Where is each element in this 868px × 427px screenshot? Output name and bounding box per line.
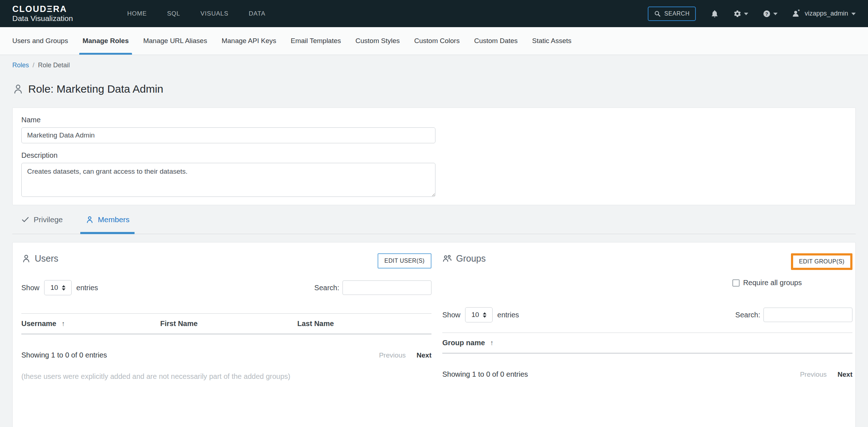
tab-custom-styles[interactable]: Custom Styles [356,27,400,55]
tab-privilege[interactable]: Privilege [21,205,63,234]
main-nav: HOME SQL VISUALS DATA [127,10,265,17]
nav-home[interactable]: HOME [127,10,147,17]
notifications-button[interactable] [710,9,719,18]
tab-email-templates[interactable]: Email Templates [291,27,341,55]
person-icon [21,254,31,263]
users-search-input[interactable] [342,280,431,295]
help-icon: ? [763,10,771,18]
tab-users-and-groups[interactable]: Users and Groups [12,27,68,55]
description-label: Description [21,151,847,160]
role-detail-tabs: Privilege Members [12,205,856,234]
groups-showing-text: Showing 1 to 0 of 0 entries [442,370,528,379]
tab-custom-dates[interactable]: Custom Dates [474,27,518,55]
check-icon [21,215,30,224]
description-field-group: Description Creates datasets, can grant … [21,151,847,198]
groups-section-title: Groups [442,253,486,264]
bell-icon [710,9,719,18]
groups-search-input[interactable] [763,308,852,322]
person-icon [85,215,94,224]
header-right: SEARCH ? * vizapps_admin [648,7,856,21]
groups-table: Group name ↑ [442,333,852,354]
nav-sql[interactable]: SQL [167,10,180,17]
users-title-label: Users [35,253,58,264]
nav-data[interactable]: DATA [249,10,265,17]
users-panel-head: Users EDIT USER(S) [21,253,431,269]
groups-pager: Previous Next [800,371,852,379]
nav-visuals[interactable]: VISUALS [200,10,228,17]
require-all-groups-row: Require all groups [442,279,802,287]
sort-asc-icon: ↑ [490,339,494,347]
svg-text:*: * [798,9,800,14]
role-person-icon [12,83,24,95]
require-all-groups-label: Require all groups [743,279,802,287]
chevron-down-icon [773,13,778,15]
users-col-first-name[interactable]: First Name [160,314,297,334]
groups-next-button[interactable]: Next [838,371,852,379]
name-label: Name [21,116,847,124]
groups-previous-button[interactable]: Previous [800,371,827,379]
role-description-textarea[interactable]: Creates datasets, can grant access to th… [21,163,435,197]
entries-label: entries [76,284,98,292]
group-name-header-label: Group name [442,339,485,347]
users-col-last-name[interactable]: Last Name [297,314,431,334]
groups-table-header-row: Group name ↑ [442,333,852,354]
app-header: CLOUDΞRA Data Visualization HOME SQL VIS… [0,0,868,27]
logo-brand: CLOUDΞRA [12,4,73,14]
page-title: Role: Marketing Data Admin [28,83,163,95]
users-next-button[interactable]: Next [417,351,431,359]
help-menu-button[interactable]: ? [763,10,778,18]
tab-manage-roles[interactable]: Manage Roles [82,27,129,55]
page-size-value: 10 [471,311,479,319]
tab-members[interactable]: Members [85,205,130,234]
groups-panel: Groups EDIT GROUP(S) Require all groups … [432,242,855,379]
username-label: vizapps_admin [805,10,848,17]
show-label: Show [21,284,39,292]
users-search-label: Search: [314,284,339,292]
name-field-group: Name [21,116,847,143]
select-spinner-icon [483,312,486,318]
logo-product: Data Visualization [12,14,73,23]
svg-text:?: ? [765,11,768,16]
breadcrumb: Roles / Role Detail [12,62,856,69]
users-table-header-row: Username ↑ First Name Last Name [21,314,431,334]
members-card: Users EDIT USER(S) Show 10 entries Searc… [12,242,856,427]
tab-members-label: Members [98,215,130,224]
users-page-size-select[interactable]: 10 [44,280,72,295]
users-showing-text: Showing 1 to 0 of 0 entries [21,351,107,359]
users-paging-row: Showing 1 to 0 of 0 entries Previous Nex… [21,351,431,359]
breadcrumb-roles-link[interactable]: Roles [12,62,29,69]
breadcrumb-current: Role Detail [38,62,70,69]
role-name-input[interactable] [21,127,435,143]
tab-custom-colors[interactable]: Custom Colors [414,27,460,55]
users-section-title: Users [21,253,58,264]
sort-asc-icon: ↑ [61,320,65,327]
groups-title-label: Groups [456,253,486,264]
show-label: Show [442,311,460,319]
chevron-down-icon [851,13,856,15]
users-col-username[interactable]: Username ↑ [21,314,160,334]
groups-page-size-select[interactable]: 10 [465,307,493,322]
edit-users-button[interactable]: EDIT USER(S) [378,253,431,269]
admin-tabbar: Users and Groups Manage Roles Manage URL… [0,27,868,55]
page-title-row: Role: Marketing Data Admin [12,83,856,95]
user-menu-button[interactable]: * vizapps_admin [792,9,856,18]
edit-groups-button[interactable]: EDIT GROUP(S) [791,253,852,270]
tab-manage-api-keys[interactable]: Manage API Keys [222,27,276,55]
settings-menu-button[interactable] [733,10,748,18]
groups-panel-head: Groups EDIT GROUP(S) [442,253,852,270]
search-icon [654,10,661,17]
tab-privilege-label: Privilege [34,215,63,224]
groups-show-entries: Show 10 entries [442,307,519,322]
cloudera-logo[interactable]: CLOUDΞRA Data Visualization [12,4,73,22]
search-button-label: SEARCH [664,10,690,17]
page-size-value: 10 [50,284,58,292]
users-panel: Users EDIT USER(S) Show 10 entries Searc… [13,242,432,381]
groups-search-label: Search: [735,311,760,319]
search-button[interactable]: SEARCH [648,7,696,21]
groups-col-group-name[interactable]: Group name ↑ [442,333,852,354]
tab-manage-url-aliases[interactable]: Manage URL Aliases [143,27,207,55]
users-previous-button[interactable]: Previous [379,351,406,359]
require-all-groups-checkbox[interactable] [732,279,740,287]
tab-static-assets[interactable]: Static Assets [532,27,571,55]
entries-label: entries [497,311,519,319]
